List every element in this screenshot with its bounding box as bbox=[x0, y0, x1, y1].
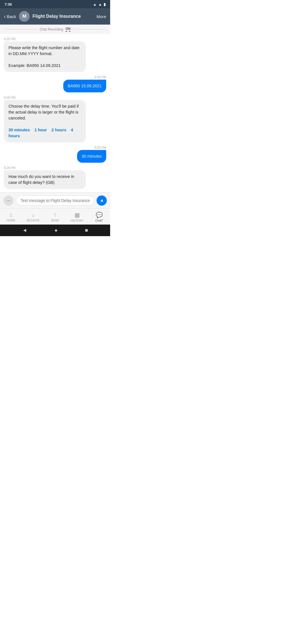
home-label: HOME bbox=[6, 219, 15, 222]
message-input[interactable] bbox=[16, 195, 94, 206]
home-icon: ⌂ bbox=[9, 212, 13, 218]
option-30min[interactable]: 30 minutes bbox=[8, 128, 30, 132]
msg-bubble-5: How much do you want to receive in case … bbox=[4, 170, 86, 189]
msg-bubble-2: BA950 15.09.2021 bbox=[63, 80, 106, 92]
msg-bubble-4: 30 minutes bbox=[77, 150, 106, 163]
chat-header: ‹ Back M Flight Delay Insurance More bbox=[0, 8, 110, 25]
message-2: 8:26 PM BA950 15.09.2021 bbox=[4, 75, 106, 92]
send-label: SEND bbox=[51, 219, 59, 222]
msg-bubble-3: Choose the delay time. You'll be paid if… bbox=[4, 100, 86, 142]
nav-send[interactable]: ↑ SEND bbox=[44, 210, 66, 223]
delay-options: 30 minutes 1 hour 2 hours 4 hours bbox=[8, 128, 73, 138]
battery-icon: ▮ bbox=[104, 2, 106, 6]
option-1hour[interactable]: 1 hour bbox=[34, 128, 47, 132]
msg-time-1: 8:25 PM bbox=[4, 37, 16, 41]
status-icons: ▲ ▲ ▮ bbox=[93, 2, 106, 6]
android-back-button[interactable]: ◄ bbox=[22, 227, 27, 233]
bottom-navigation: ⌂ HOME ↓ RECEIVE ↑ SEND ▦ HISTORY 💬 CHAT bbox=[0, 208, 110, 225]
send-button[interactable]: ➤ bbox=[97, 195, 107, 206]
receive-label: RECEIVE bbox=[27, 219, 40, 222]
msg-time-3: 8:26 PM bbox=[4, 96, 16, 99]
recording-line-right bbox=[73, 29, 106, 29]
msg-time-5: 8:26 PM bbox=[4, 166, 16, 169]
android-recent-button[interactable]: ■ bbox=[85, 227, 88, 233]
input-bar: ··· ➤ bbox=[0, 192, 110, 208]
recording-status: ON bbox=[66, 27, 71, 32]
android-home-button[interactable]: ● bbox=[55, 227, 58, 233]
message-5: 8:26 PM How much do you want to receive … bbox=[4, 166, 106, 189]
recording-bar: Chat Recording ON bbox=[0, 25, 110, 34]
nav-history[interactable]: ▦ HISTORY bbox=[66, 210, 88, 223]
chat-title: Flight Delay Insurance bbox=[32, 14, 93, 19]
back-arrow-icon: ‹ bbox=[4, 14, 6, 19]
message-3: 8:26 PM Choose the delay time. You'll be… bbox=[4, 96, 106, 142]
nav-receive[interactable]: ↓ RECEIVE bbox=[22, 210, 44, 223]
send-icon: ➤ bbox=[99, 197, 105, 204]
msg-bubble-1: Please write the flight number and date … bbox=[4, 42, 86, 72]
back-button[interactable]: ‹ Back bbox=[4, 14, 16, 19]
time-display: 7:36 bbox=[5, 2, 12, 6]
nav-chat[interactable]: 💬 CHAT bbox=[88, 210, 110, 223]
chat-label: CHAT bbox=[95, 219, 103, 222]
status-bar: 7:36 ▲ ▲ ▮ bbox=[0, 0, 110, 8]
send-nav-icon: ↑ bbox=[54, 212, 56, 218]
history-icon: ▦ bbox=[75, 212, 80, 218]
wifi-icon: ▲ bbox=[93, 2, 97, 6]
msg-time-4: 8:26 PM bbox=[95, 146, 106, 149]
avatar: M bbox=[19, 11, 30, 22]
more-dots-icon: ··· bbox=[6, 198, 10, 204]
message-4: 8:26 PM 30 minutes bbox=[4, 146, 106, 163]
recording-line-left bbox=[5, 29, 37, 29]
message-1: 8:25 PM Please write the flight number a… bbox=[4, 37, 106, 72]
signal-icon: ▲ bbox=[98, 2, 102, 6]
history-label: HISTORY bbox=[71, 219, 84, 222]
nav-home[interactable]: ⌂ HOME bbox=[0, 210, 22, 223]
input-more-button[interactable]: ··· bbox=[3, 195, 14, 206]
recording-label: Chat Recording bbox=[40, 27, 63, 31]
more-button[interactable]: More bbox=[97, 14, 106, 19]
msg-time-2: 8:26 PM bbox=[95, 75, 106, 79]
chat-icon: 💬 bbox=[96, 212, 103, 218]
chat-area: 8:25 PM Please write the flight number a… bbox=[0, 34, 110, 192]
option-2hours[interactable]: 2 hours bbox=[51, 128, 66, 132]
android-nav: ◄ ● ■ bbox=[0, 225, 110, 236]
back-label: Back bbox=[7, 14, 16, 19]
receive-icon: ↓ bbox=[32, 212, 34, 218]
